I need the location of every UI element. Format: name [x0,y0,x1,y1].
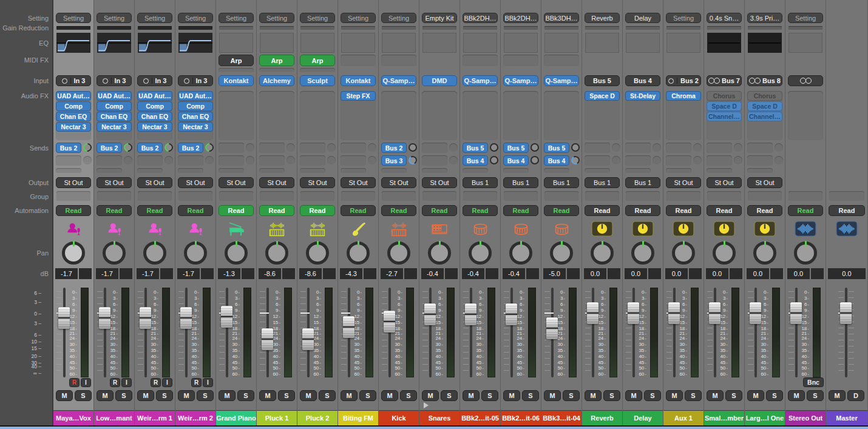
gauge-track-icon[interactable] [663,218,704,239]
send-empty-slot[interactable] [219,155,244,166]
output-button[interactable]: Bus 1 [463,177,498,188]
track-name[interactable]: Larg…l One [745,410,785,425]
track-name[interactable]: Maya…Vox [53,410,93,425]
pan-knob[interactable] [62,242,85,265]
mute-button[interactable]: M [666,390,683,401]
volume-db-value[interactable]: -1.7 [137,268,159,279]
group-slot[interactable] [707,191,741,201]
midi-fx-plugin-button[interactable]: Arp [300,55,335,66]
fader-handle[interactable] [99,307,110,329]
solo-button[interactable]: S [603,390,620,401]
input-slot[interactable]: Q-Samp… [463,75,498,86]
audio-fx-area[interactable] [300,91,335,140]
output-button[interactable]: St Out [381,177,416,188]
pan-knob[interactable] [469,242,492,265]
automation-mode-button[interactable]: Read [97,205,132,216]
send-level-knob[interactable] [122,141,134,154]
mute-button[interactable]: M [829,390,846,401]
eq-thumbnail[interactable] [97,33,131,53]
input-slot[interactable]: In 3 [178,75,213,86]
channel-setting-button[interactable]: BBk3DH… [544,13,579,23]
send-bus-button[interactable]: Bus 2 [137,143,163,153]
send-empty-slot[interactable] [341,143,366,153]
pan-knob[interactable] [103,242,126,265]
send-extra-slot[interactable] [707,168,732,173]
eq-slot[interactable] [585,33,619,53]
solo-button[interactable]: S [156,390,173,401]
pan-knob[interactable] [753,242,776,265]
audio-fx-plugin-button[interactable]: Space D [707,101,742,111]
send-extra-slot[interactable] [544,168,569,173]
volume-db-value[interactable]: 0.0 [665,268,688,279]
audio-fx-area[interactable] [219,91,254,140]
channel-setting-button[interactable]: Delay [625,13,660,23]
channel-strip[interactable]: BBk3DH…Q-Samp…Bus 5Bus 4Bus 1Read-5.0036… [541,0,582,429]
solo-button[interactable]: S [278,390,295,401]
mute-button[interactable]: M [341,390,358,401]
send-empty-slot[interactable] [422,155,447,166]
mute-button[interactable]: M [381,390,398,401]
pan-knob[interactable] [672,242,695,265]
eq-thumbnail[interactable] [707,33,741,53]
channel-setting-button[interactable]: Setting [666,13,701,23]
automation-mode-button[interactable]: Read [747,205,782,216]
solo-button[interactable]: S [400,390,417,401]
audio-fx-plugin-button[interactable]: Space D [747,101,782,111]
send-extra-slot[interactable] [300,168,325,173]
send-empty-slot[interactable] [259,155,285,166]
fader-track[interactable] [470,288,472,377]
input-slot[interactable]: In 3 [97,75,132,86]
automation-mode-button[interactable]: Read [341,205,376,216]
audio-fx-plugin-button[interactable]: Comp [97,101,132,111]
send-level-knob[interactable] [203,141,215,154]
send-bus-button[interactable]: Bus 2 [178,143,203,153]
send-empty-slot[interactable] [747,155,773,166]
pan-knob[interactable] [184,242,207,265]
gauge-track-icon[interactable] [745,218,785,239]
audio-fx-plugin-button[interactable]: UAD Aut… [56,91,91,101]
volume-db-value[interactable]: -0.4 [503,268,525,279]
channel-setting-button[interactable]: BBk2DH… [463,13,498,23]
channel-setting-button[interactable]: 3.9s Pri… [747,13,782,23]
audio-fx-area[interactable]: Chroma [666,91,701,140]
singer-track-icon[interactable] [135,218,175,239]
eq-thumbnail[interactable] [748,33,782,53]
channel-strip[interactable]: DelayBus 4St-DelayBus 1Read0.00369121518… [623,0,663,429]
input-monitor-button[interactable]: I [162,378,172,387]
audio-fx-area[interactable]: ChorusSpace DChannel… [707,91,742,140]
midi-fx-extra-slot[interactable] [300,68,335,72]
output-button[interactable]: St Out [56,177,91,188]
solo-button[interactable]: S [725,390,742,401]
automation-mode-button[interactable]: Read [137,205,172,216]
audio-fx-plugin-button[interactable]: UAD Aut… [178,91,213,101]
channel-strip[interactable]: SettingArpAlchemySt OutRead-8.6036912151… [257,0,297,429]
audio-fx-plugin-button[interactable]: Nectar 3 [178,122,213,132]
mute-button[interactable]: M [747,390,764,401]
channel-setting-button[interactable]: Reverb [585,13,620,23]
midi-fx-slot[interactable] [463,55,498,66]
channel-setting-button[interactable]: Setting [56,13,91,23]
audio-fx-area[interactable]: UAD Aut…CompChan EQNectar 3 [137,91,172,140]
send-empty-slot[interactable] [178,155,203,166]
fader-track[interactable] [592,288,594,377]
send-empty-slot[interactable] [137,155,163,166]
send-level-knob[interactable] [571,143,580,152]
send-extra-slot[interactable] [747,168,773,173]
channel-strip[interactable]: SettingRead0.003691215182124303540455060… [785,0,826,429]
audio-fx-plugin-button[interactable]: Comp [137,101,172,111]
send-level-knob[interactable] [407,155,418,165]
volume-db-value[interactable]: 0.0 [625,268,647,279]
track-name[interactable]: Aux 1 [663,410,704,425]
group-slot[interactable] [544,191,578,201]
fader-handle[interactable] [750,302,761,324]
channel-setting-button[interactable]: Setting [219,13,254,23]
input-slot[interactable]: Bus 5 [585,75,620,86]
track-name[interactable]: Grand Piano [216,410,256,425]
audio-fx-plugin-button[interactable]: Step FX [341,91,376,101]
eq-slot[interactable] [422,33,456,53]
send-bus-button[interactable]: Bus 4 [544,155,569,166]
volume-db-value[interactable]: -4.3 [340,268,362,279]
automation-mode-button[interactable]: Read [463,205,498,216]
send-empty-slot[interactable] [341,155,366,166]
volume-db-value[interactable]: -2.7 [381,268,403,279]
